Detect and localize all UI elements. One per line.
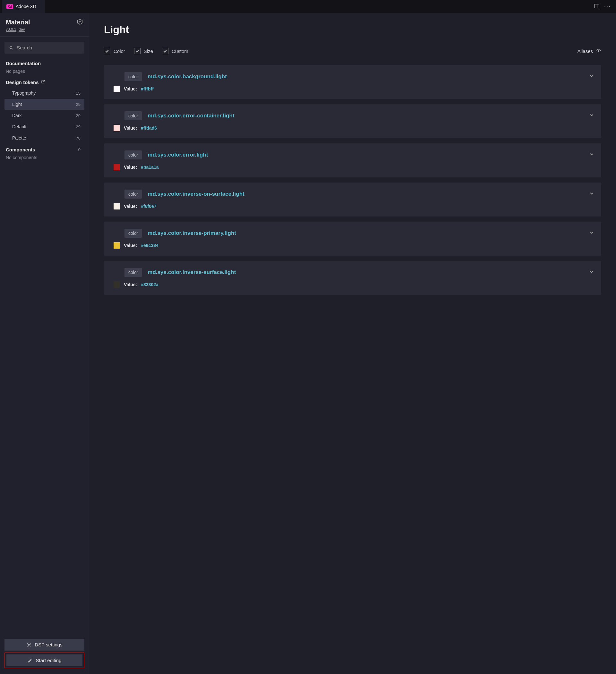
token-type-tag: color [124, 190, 142, 199]
token-name: md.sys.color.error-container.light [147, 113, 234, 119]
color-swatch [114, 125, 120, 131]
search-field[interactable] [17, 45, 80, 50]
documentation-section-label: Documentation [6, 61, 83, 66]
title-bar: Xd Adobe XD ··· [0, 0, 616, 13]
package-icon[interactable] [77, 19, 83, 26]
color-swatch [114, 86, 120, 92]
filter-color-checkbox[interactable]: Color [104, 48, 125, 54]
svg-point-2 [10, 46, 12, 48]
color-swatch [114, 282, 120, 288]
chevron-down-icon[interactable] [589, 113, 594, 119]
chevron-down-icon[interactable] [589, 152, 594, 158]
value-hex: #ba1a1a [141, 164, 159, 170]
start-editing-button[interactable]: Start editing [6, 654, 83, 666]
components-count: 0 [78, 147, 81, 152]
sidebar-item-label: Default [12, 124, 26, 129]
value-hex: #e9c334 [141, 243, 159, 248]
components-empty-label: No components [6, 155, 83, 160]
svg-point-4 [28, 644, 29, 646]
filter-size-checkbox[interactable]: Size [134, 48, 153, 54]
value-hex: #33302a [141, 282, 159, 287]
sidebar-item-count: 29 [76, 113, 81, 118]
panel-toggle-icon[interactable] [594, 3, 600, 10]
project-branch[interactable]: dev [19, 27, 25, 32]
value-label: Value: [124, 243, 137, 248]
token-type-tag: color [124, 268, 142, 277]
pencil-icon [27, 658, 32, 663]
value-label: Value: [124, 164, 137, 170]
token-card[interactable]: colormd.sys.color.inverse-primary.lightV… [104, 222, 601, 256]
sidebar-item-light[interactable]: Light29 [4, 99, 84, 110]
sidebar-item-count: 15 [76, 91, 81, 96]
tab-label: Adobe XD [16, 4, 36, 9]
sidebar-item-palette[interactable]: Palette78 [4, 132, 84, 143]
documentation-empty-label: No pages [6, 69, 83, 74]
token-card[interactable]: colormd.sys.color.inverse-surface.lightV… [104, 261, 601, 295]
token-name: md.sys.color.error.light [147, 152, 208, 158]
chevron-down-icon[interactable] [589, 269, 594, 275]
sidebar-item-label: Palette [12, 135, 26, 140]
sidebar-item-label: Typography [12, 91, 35, 96]
token-card[interactable]: colormd.sys.color.error-container.lightV… [104, 104, 601, 138]
more-icon[interactable]: ··· [604, 3, 611, 10]
sidebar-item-dark[interactable]: Dark29 [4, 110, 84, 121]
token-type-tag: color [124, 150, 142, 159]
chevron-down-icon[interactable] [589, 74, 594, 80]
value-hex: #ffdad6 [141, 125, 157, 131]
project-version[interactable]: v0.0.1 [6, 27, 16, 32]
sidebar-item-label: Light [12, 102, 22, 107]
highlight-annotation: Start editing [4, 653, 84, 668]
svg-rect-0 [595, 4, 599, 8]
token-card[interactable]: colormd.sys.color.error.lightValue: #ba1… [104, 143, 601, 178]
editor-tab[interactable]: Xd Adobe XD [2, 0, 44, 13]
gear-icon [26, 642, 31, 647]
search-input[interactable] [4, 42, 84, 53]
chevron-down-icon[interactable] [589, 230, 594, 236]
chevron-down-icon[interactable] [589, 191, 594, 197]
sidebar-item-label: Dark [12, 113, 22, 118]
color-swatch [114, 203, 120, 210]
token-type-tag: color [124, 229, 142, 238]
svg-point-5 [598, 50, 599, 51]
project-subtitle: v0.0.1 dev [6, 27, 30, 32]
dsp-settings-button[interactable]: DSP settings [4, 639, 84, 651]
sidebar-item-default[interactable]: Default29 [4, 121, 84, 132]
value-label: Value: [124, 204, 137, 209]
sidebar-item-count: 29 [76, 102, 81, 107]
value-hex: #fffbff [141, 86, 154, 91]
token-name: md.sys.color.inverse-on-surface.light [147, 191, 244, 197]
token-name: md.sys.color.inverse-primary.light [147, 230, 236, 236]
value-label: Value: [124, 282, 137, 287]
svg-line-3 [12, 48, 13, 49]
sidebar: Material v0.0.1 dev Documentation No pag… [0, 13, 89, 674]
token-card[interactable]: colormd.sys.color.background.lightValue:… [104, 65, 601, 99]
value-hex: #f6f0e7 [141, 204, 156, 209]
filter-custom-checkbox[interactable]: Custom [162, 48, 188, 54]
color-swatch [114, 242, 120, 249]
components-section-label: Components [6, 147, 35, 152]
token-type-tag: color [124, 111, 142, 120]
main-panel: Light Color Size Custom [89, 13, 616, 674]
project-title: Material [6, 19, 30, 26]
close-icon[interactable] [39, 3, 40, 10]
sidebar-item-count: 29 [76, 124, 81, 129]
visibility-icon [596, 48, 601, 54]
token-type-tag: color [124, 72, 142, 81]
sidebar-item-typography[interactable]: Typography15 [4, 88, 84, 99]
token-name: md.sys.color.background.light [147, 74, 227, 80]
xd-logo-icon: Xd [6, 4, 13, 9]
value-label: Value: [124, 86, 137, 91]
page-title: Light [104, 24, 601, 36]
token-card[interactable]: colormd.sys.color.inverse-on-surface.lig… [104, 183, 601, 217]
external-link-icon[interactable] [41, 80, 45, 85]
aliases-toggle[interactable]: Aliases [578, 48, 601, 54]
color-swatch [114, 164, 120, 171]
design-tokens-section-label: Design tokens [6, 80, 83, 85]
sidebar-item-count: 78 [76, 136, 81, 140]
value-label: Value: [124, 125, 137, 131]
token-name: md.sys.color.inverse-surface.light [147, 269, 236, 275]
